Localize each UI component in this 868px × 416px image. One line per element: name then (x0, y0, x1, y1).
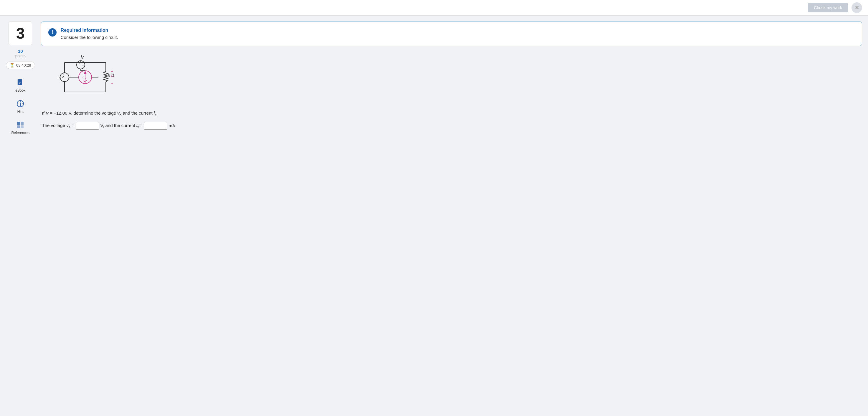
ma-unit: mA. (168, 123, 177, 128)
ebook-button[interactable]: eBook (9, 75, 32, 95)
points-info: 10 points (15, 49, 26, 58)
svg-rect-2 (19, 81, 21, 81)
svg-rect-4 (19, 83, 20, 84)
svg-rect-12 (17, 122, 20, 126)
required-info-text: Consider the following circuit. (61, 35, 118, 40)
hint-icon (16, 99, 25, 108)
ix-input[interactable] (144, 122, 167, 130)
v-unit: V, and the current ix = (100, 123, 143, 129)
circuit-svg: V + − 2 V + (47, 54, 123, 101)
svg-text:+: + (63, 72, 64, 76)
points-value: 10 (15, 49, 26, 54)
circuit-diagram: V + − 2 V + (41, 51, 862, 105)
svg-text:x: x (85, 76, 86, 79)
answer-line: The voltage vX = V, and the current ix =… (41, 122, 862, 130)
svg-text:V: V (81, 55, 84, 60)
left-panel: 3 10 points ⏳ 03:40:28 (6, 22, 35, 410)
required-info-box: ! Required information Consider the foll… (41, 22, 862, 46)
svg-rect-15 (21, 126, 24, 128)
svg-rect-3 (19, 82, 21, 83)
references-label: References (11, 131, 29, 135)
question-text: If V = −12.00 V, determine the voltage v… (41, 109, 862, 117)
hint-button[interactable]: Hint (9, 97, 32, 116)
close-button[interactable]: ✕ (851, 2, 862, 13)
references-button[interactable]: References (9, 118, 32, 137)
points-label: points (15, 54, 26, 58)
required-info-content: Required information Consider the follow… (61, 28, 118, 40)
sidebar-tools: eBook Hint (9, 75, 32, 137)
svg-text:+: + (79, 61, 81, 65)
vx-input[interactable] (76, 122, 99, 130)
question-number: 3 (8, 22, 32, 45)
svg-text:x: x (113, 75, 114, 78)
timer-icon: ⏳ (10, 63, 14, 67)
info-icon: ! (48, 28, 57, 36)
svg-text:−: − (82, 63, 84, 67)
ebook-label: eBook (15, 88, 25, 93)
svg-rect-14 (17, 126, 20, 128)
references-icon (16, 120, 25, 130)
svg-marker-31 (84, 71, 87, 74)
check-my-work-button[interactable]: Check my work (808, 3, 848, 12)
hint-label: Hint (18, 109, 24, 114)
top-bar: Check my work ✕ (0, 0, 868, 15)
svg-text:i: i (83, 75, 83, 79)
ebook-icon (16, 78, 25, 87)
svg-text:−: − (111, 81, 113, 86)
answer-prefix: The voltage vX = (42, 123, 74, 129)
question-area: ! Required information Consider the foll… (41, 22, 862, 410)
svg-rect-13 (21, 122, 24, 126)
timer-value: 03:40:28 (16, 63, 31, 67)
timer: ⏳ 03:40:28 (6, 62, 35, 69)
required-info-title: Required information (61, 28, 118, 33)
main-content: 3 10 points ⏳ 03:40:28 (0, 15, 868, 416)
